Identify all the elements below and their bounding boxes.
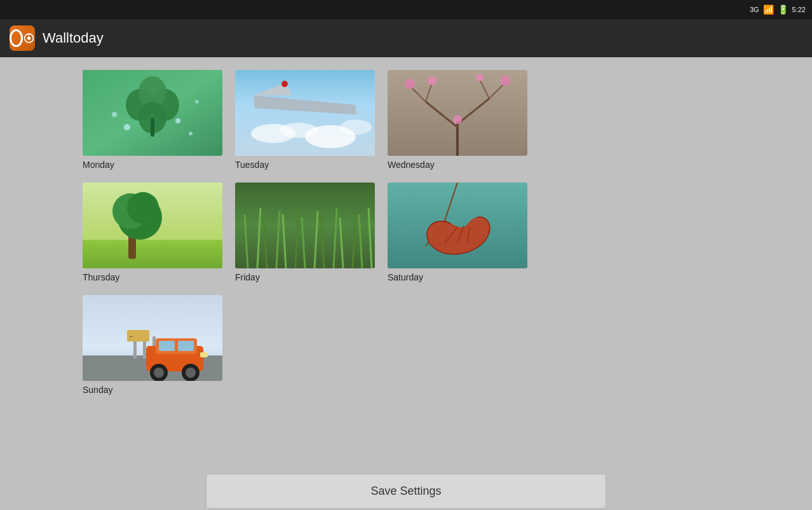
battery-icon: 🔋	[778, 4, 788, 15]
wallpaper-thumb-friday	[235, 183, 375, 268]
svg-rect-34	[83, 240, 222, 268]
svg-point-38	[127, 192, 159, 224]
wallpaper-label-saturday: Saturday	[388, 272, 527, 282]
status-bar: 3G 📶 🔋 5:22	[0, 0, 812, 19]
svg-point-73	[154, 368, 164, 378]
wallpaper-thumb-tuesday	[235, 70, 375, 156]
svg-point-18	[340, 120, 372, 135]
svg-point-31	[476, 74, 484, 81]
svg-rect-71	[178, 341, 194, 351]
svg-point-12	[112, 112, 117, 117]
svg-point-30	[500, 76, 510, 86]
wallpaper-item-monday[interactable]: Monday	[83, 70, 222, 170]
svg-point-75	[186, 368, 196, 378]
wallpaper-thumb-wednesday	[388, 70, 527, 156]
svg-point-32	[453, 115, 462, 124]
wallpaper-item-thursday[interactable]: Thursday	[83, 183, 222, 282]
app-icon	[10, 25, 35, 51]
svg-point-13	[195, 100, 199, 104]
wallpaper-thumb-sunday: ←	[83, 295, 222, 381]
wallpaper-label-sunday: Sunday	[83, 385, 222, 395]
wallpaper-grid: Monday	[83, 70, 729, 395]
wallpaper-item-tuesday[interactable]: Tuesday	[235, 70, 375, 170]
svg-point-19	[281, 81, 288, 87]
wallpaper-item-sunday[interactable]: ← Sunday	[83, 295, 222, 395]
wallpaper-label-thursday: Thursday	[83, 272, 222, 282]
wallpaper-item-friday[interactable]: Friday	[235, 183, 375, 282]
svg-point-28	[405, 79, 415, 89]
wallpaper-thumb-monday	[83, 70, 222, 156]
wallpaper-thumb-saturday	[388, 183, 527, 268]
wallpaper-item-wednesday[interactable]: Wednesday	[388, 70, 527, 170]
svg-rect-54	[388, 183, 527, 268]
svg-point-1	[27, 36, 30, 39]
wallpaper-item-saturday[interactable]: Saturday	[388, 183, 527, 282]
svg-rect-76	[200, 352, 208, 357]
svg-point-10	[175, 118, 180, 123]
wallpaper-thumb-thursday	[83, 183, 222, 268]
svg-point-29	[428, 76, 436, 85]
wallpaper-label-tuesday: Tuesday	[235, 160, 375, 170]
network-indicator: 3G	[750, 6, 759, 13]
wallpaper-label-monday: Monday	[83, 160, 222, 170]
app-title: Walltoday	[43, 30, 104, 46]
signal-icon: 📶	[763, 4, 774, 15]
save-button-label: Save Settings	[370, 485, 441, 498]
wallpaper-label-friday: Friday	[235, 272, 375, 282]
svg-rect-8	[151, 118, 154, 137]
time-display: 5:22	[792, 6, 806, 13]
svg-point-9	[124, 124, 130, 130]
wallpaper-label-wednesday: Wednesday	[388, 160, 527, 170]
svg-rect-70	[159, 341, 175, 351]
svg-point-11	[189, 132, 193, 135]
save-area: Save Settings	[0, 472, 812, 510]
save-button[interactable]: Save Settings	[206, 474, 606, 509]
title-bar: Walltoday	[0, 19, 812, 57]
svg-text:←: ←	[128, 333, 135, 340]
main-content: Monday	[0, 57, 812, 420]
